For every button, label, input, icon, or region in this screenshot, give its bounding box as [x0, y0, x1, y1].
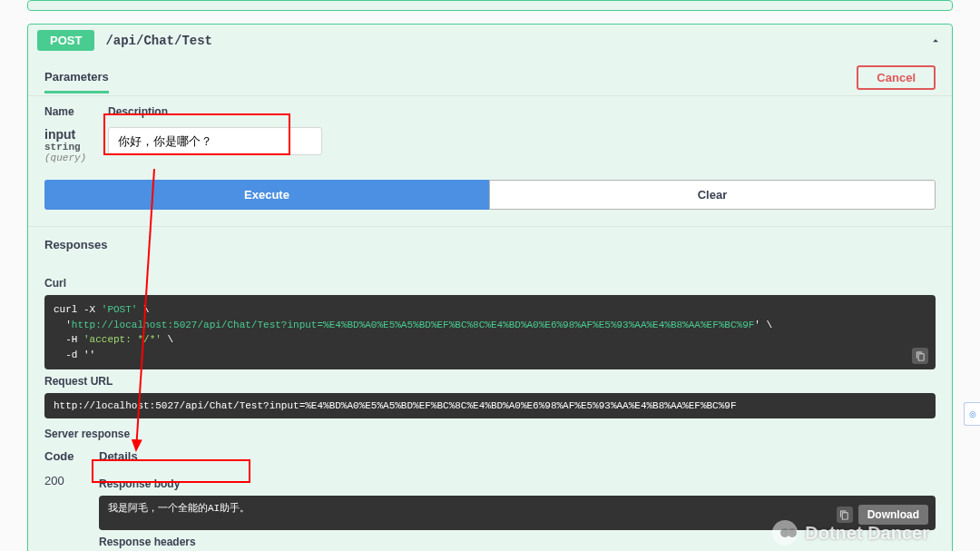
param-input[interactable]: [108, 127, 322, 155]
opblock-post: POST /api/Chat/Test Parameters Cancel Na…: [27, 24, 953, 551]
col-name-header: Name: [44, 105, 108, 118]
method-badge: POST: [37, 30, 94, 51]
request-url-block: http://localhost:5027/api/Chat/Test?inpu…: [44, 393, 936, 418]
op-path: /api/Chat/Test: [105, 34, 212, 48]
response-body-label: Response body: [99, 477, 936, 490]
execute-button[interactable]: Execute: [44, 180, 489, 210]
param-row: input string (query): [44, 127, 936, 163]
server-response-label: Server response: [44, 428, 936, 440]
parameters-header: Parameters Cancel: [28, 56, 952, 96]
col-desc-header: Description: [108, 105, 168, 118]
param-type: string: [44, 142, 108, 153]
wechat-icon: [772, 520, 798, 546]
watermark: Dotnet Dancer: [772, 520, 929, 546]
chevron-up-icon[interactable]: [928, 34, 943, 48]
curl-label: Curl: [44, 277, 936, 290]
previous-opblock: [27, 0, 953, 11]
status-code: 200: [44, 472, 99, 487]
parameters-tab[interactable]: Parameters: [44, 70, 109, 93]
cancel-button[interactable]: Cancel: [857, 65, 936, 90]
param-in: (query): [44, 153, 108, 163]
clear-button[interactable]: Clear: [489, 180, 936, 210]
details-header: Details: [99, 449, 138, 463]
curl-block: curl -X 'POST' \ 'http://localhost:5027/…: [44, 295, 936, 369]
op-summary[interactable]: POST /api/Chat/Test: [28, 25, 952, 56]
param-name: input: [44, 127, 108, 142]
copy-icon[interactable]: [912, 348, 928, 364]
responses-header: Responses: [28, 226, 952, 262]
side-badge-icon[interactable]: ◎: [964, 402, 980, 426]
request-url-label: Request URL: [44, 375, 936, 388]
code-header: Code: [44, 449, 99, 463]
